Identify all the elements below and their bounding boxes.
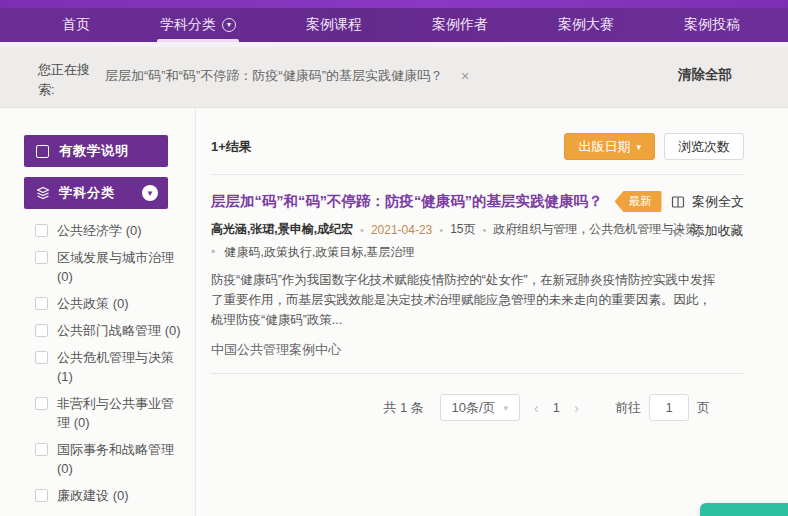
subject-checkbox[interactable]	[35, 324, 48, 337]
subject-label: 公共部门战略管理	[57, 323, 161, 338]
next-page-button[interactable]: ›	[574, 399, 579, 416]
result-date: 2021-04-23	[371, 223, 432, 237]
result-authors: 高光涵,张珺,景申榆,成纪宏	[211, 221, 353, 238]
remove-search-term-icon[interactable]: ×	[461, 68, 469, 84]
result-actions: 案例全文 ☆ 添加收藏	[671, 193, 744, 251]
layers-icon	[36, 186, 50, 200]
subject-filter-item[interactable]: 公共部门战略管理 (0)	[35, 321, 187, 340]
nav-item[interactable]: 案例作者	[432, 8, 488, 42]
subject-label: 公共危机管理与决策	[57, 350, 174, 365]
subject-count: (0)	[126, 223, 142, 238]
search-term-text: 层层加“码”和“码”不停蹄：防疫“健康码”的基层实践健康吗？	[105, 67, 443, 85]
chevron-down-circle-icon[interactable]: ▾	[222, 18, 236, 32]
bullet-separator: •	[360, 224, 364, 236]
page-size-select[interactable]: 10条/页 ▾	[440, 394, 520, 421]
pagination-total: 共 1 条	[383, 399, 423, 417]
subject-checkbox[interactable]	[35, 251, 48, 264]
teaching-note-filter[interactable]: 有教学说明	[24, 135, 168, 167]
caret-down-icon: ▾	[636, 142, 641, 152]
result-keywords: • 健康码,政策执行,政策目标,基层治理	[211, 244, 744, 261]
subject-label: 区域发展与城市治理	[57, 250, 174, 265]
subject-filter-item[interactable]: 国际事务和战略管理 (0)	[35, 440, 187, 478]
results-count: 1+结果	[211, 138, 252, 156]
goto-page-input[interactable]	[649, 394, 689, 421]
nav-item[interactable]: 案例投稿	[684, 8, 740, 42]
search-term-tag: 层层加“码”和“码”不停蹄：防疫“健康码”的基层实践健康吗？ ×	[105, 67, 469, 85]
document-icon	[671, 195, 685, 209]
main-nav: 首页 学科分类 ▾ 案例课程 案例作者 案例大赛 案例投稿	[0, 8, 788, 42]
subject-count: (0)	[57, 269, 73, 284]
nav-item-label: 案例课程	[306, 16, 362, 34]
sort-buttons: 出版日期 ▾ 浏览次数	[564, 133, 744, 160]
subject-checkbox[interactable]	[35, 397, 48, 410]
page-number-1[interactable]: 1	[553, 400, 560, 415]
result-item: 层层加“码”和“码”不停蹄：防疫“健康码”的基层实践健康吗？ 最新 高光涵,张珺…	[211, 191, 744, 359]
divider	[211, 174, 744, 175]
subject-label: 国际事务和战略管理	[57, 442, 174, 457]
nav-item[interactable]: 首页	[62, 8, 90, 42]
subject-count: (0)	[165, 323, 181, 338]
divider	[211, 373, 744, 374]
prev-page-button[interactable]: ‹	[534, 399, 539, 416]
search-context-label: 您正在搜索:	[38, 60, 104, 100]
result-keywords-text: 健康码,政策执行,政策目标,基层治理	[225, 245, 415, 259]
filter-sidebar: 有教学说明 学科分类 ▾ 公共经济学 (0) 区域发展与城市治理 (0)	[0, 108, 196, 516]
nav-item-label: 首页	[62, 16, 90, 34]
subject-count: (0)	[57, 461, 73, 476]
subject-filter-item[interactable]: 非营利与公共事业管理 (0)	[35, 394, 187, 432]
nav-item[interactable]: 案例课程	[306, 8, 362, 42]
teaching-note-checkbox[interactable]	[36, 145, 49, 158]
goto-suffix: 页	[697, 399, 710, 417]
subject-filter-item[interactable]: 区域发展与城市治理 (0)	[35, 248, 187, 286]
results-panel: 1+结果 出版日期 ▾ 浏览次数 层层加“码”和“码”不停蹄：防疫“健康码”的基…	[197, 108, 788, 516]
result-categories: 政府组织与管理，公共危机管理与决策	[493, 221, 697, 238]
subject-label: 公共经济学	[57, 223, 122, 238]
subject-checkbox[interactable]	[35, 489, 48, 502]
nav-item-label: 学科分类	[160, 16, 216, 34]
bullet-separator: •	[439, 224, 443, 236]
subject-count: (0)	[113, 488, 129, 503]
clear-all-button[interactable]: 清除全部	[678, 66, 732, 84]
subject-checkbox[interactable]	[35, 351, 48, 364]
chevron-down-icon[interactable]: ▾	[142, 185, 158, 201]
subject-label: 公共政策	[57, 296, 109, 311]
subject-checkbox[interactable]	[35, 224, 48, 237]
star-icon: ☆	[671, 224, 684, 239]
floating-action-button[interactable]	[700, 503, 788, 516]
sort-by-date-button[interactable]: 出版日期 ▾	[564, 133, 655, 160]
nav-item[interactable]: 学科分类 ▾	[160, 8, 236, 42]
nav-item[interactable]: 案例大赛	[558, 8, 614, 42]
subject-filter-item[interactable]: 公共经济学 (0)	[35, 221, 187, 240]
subject-filter-item[interactable]: 公共政策 (0)	[35, 294, 187, 313]
subject-section-title: 学科分类	[59, 184, 115, 202]
nav-item-label: 案例大赛	[558, 16, 614, 34]
sort-by-views-button[interactable]: 浏览次数	[664, 133, 744, 160]
chevron-down-icon: ▾	[504, 403, 509, 413]
subject-filter-list: 公共经济学 (0) 区域发展与城市治理 (0) 公共政策 (0) 公共部门战略管…	[35, 221, 187, 516]
top-accent-strip	[0, 0, 788, 8]
results-header: 1+结果 出版日期 ▾ 浏览次数	[211, 133, 744, 160]
result-source: 中国公共管理案例中心	[211, 341, 744, 359]
teaching-note-label: 有教学说明	[59, 142, 129, 160]
subject-filter-item[interactable]: 廉政建设 (0)	[35, 486, 187, 505]
result-meta: 高光涵,张珺,景申榆,成纪宏 • 2021-04-23 • 15页 • 政府组织…	[211, 221, 744, 238]
pagination: 共 1 条 10条/页 ▾ ‹ 1 › 前往 页	[211, 394, 710, 421]
result-title-link[interactable]: 层层加“码”和“码”不停蹄：防疫“健康码”的基层实践健康吗？	[211, 192, 603, 211]
subject-label: 廉政建设	[57, 488, 109, 503]
bullet-separator: •	[482, 224, 486, 236]
subject-count: (0)	[113, 296, 129, 311]
result-pages: 15页	[450, 221, 475, 238]
subject-checkbox[interactable]	[35, 443, 48, 456]
subject-section-header[interactable]: 学科分类 ▾	[24, 177, 168, 209]
fulltext-button[interactable]: 案例全文	[671, 193, 744, 211]
new-badge: 最新	[615, 191, 662, 212]
subject-checkbox[interactable]	[35, 297, 48, 310]
content-area: 有教学说明 学科分类 ▾ 公共经济学 (0) 区域发展与城市治理 (0)	[0, 108, 788, 516]
favorite-button[interactable]: ☆ 添加收藏	[671, 222, 744, 240]
nav-item-label: 案例作者	[432, 16, 488, 34]
nav-item-label: 案例投稿	[684, 16, 740, 34]
goto-label: 前往	[615, 399, 641, 417]
subject-filter-item[interactable]: 公共危机管理与决策 (1)	[35, 348, 187, 386]
result-abstract: 防疫“健康码”作为我国数字化技术赋能疫情防控的“处女作”，在新冠肺炎疫情防控实践…	[211, 270, 716, 330]
bullet-separator: •	[211, 245, 215, 259]
